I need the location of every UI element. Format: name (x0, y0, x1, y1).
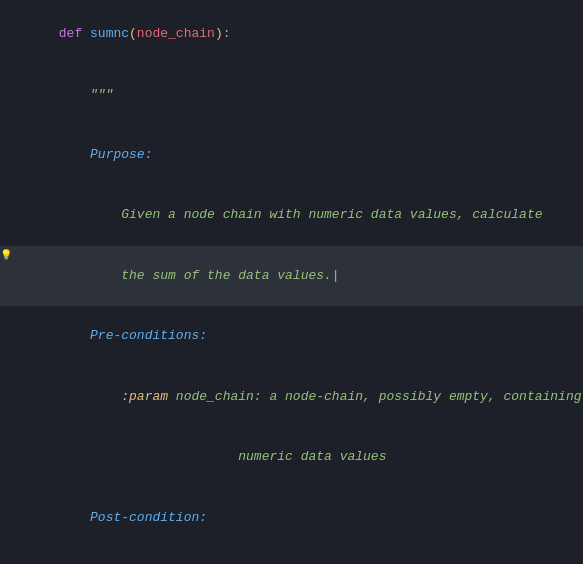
line-none-postcond-1: None (0, 548, 583, 564)
purpose-text: Purpose: (90, 147, 152, 162)
paren-close: ) (215, 26, 223, 41)
keyword-def: def (59, 26, 90, 41)
param-node-chain: node_chain (137, 26, 215, 41)
line-purpose-body-1: Given a node chain with numeric data val… (0, 185, 583, 245)
cursor: | (332, 268, 340, 283)
line-docstring-open-1: """ (0, 64, 583, 124)
code-editor: def sumnc(node_chain): """ Purpose: Give… (0, 0, 583, 564)
line-def-sumnc: def sumnc(node_chain): (0, 4, 583, 64)
precond-text: Pre-conditions: (90, 328, 207, 343)
function-name-sumnc: sumnc (90, 26, 129, 41)
line-precond-label-1: Pre-conditions: (0, 306, 583, 366)
precond-label (59, 328, 90, 343)
param-cont: numeric data values (59, 449, 387, 464)
param-tag: :param (121, 389, 168, 404)
colon: : (223, 26, 231, 41)
line-param-cont-1: numeric data values (0, 427, 583, 487)
line-param-node-chain-1: :param node_chain: a node-chain, possibl… (0, 367, 583, 427)
purpose-body-1: Given a node chain with numeric data val… (59, 207, 543, 222)
postcond-text: Post-condition: (90, 510, 207, 525)
postcond-indent (59, 510, 90, 525)
purpose-body-2: the sum of the data values. (59, 268, 332, 283)
purpose-label (59, 147, 90, 162)
param-body: node_chain: a node-chain, possibly empty… (168, 389, 581, 404)
param-indent (59, 389, 121, 404)
line-purpose-body-2-highlight: 💡 the sum of the data values.| (0, 246, 583, 306)
docstring-open: """ (59, 87, 114, 102)
line-postcond-label-1: Post-condition: (0, 487, 583, 547)
bulb-icon: 💡 (0, 246, 12, 266)
paren-open: ( (129, 26, 137, 41)
line-purpose-label-1: Purpose: (0, 125, 583, 185)
